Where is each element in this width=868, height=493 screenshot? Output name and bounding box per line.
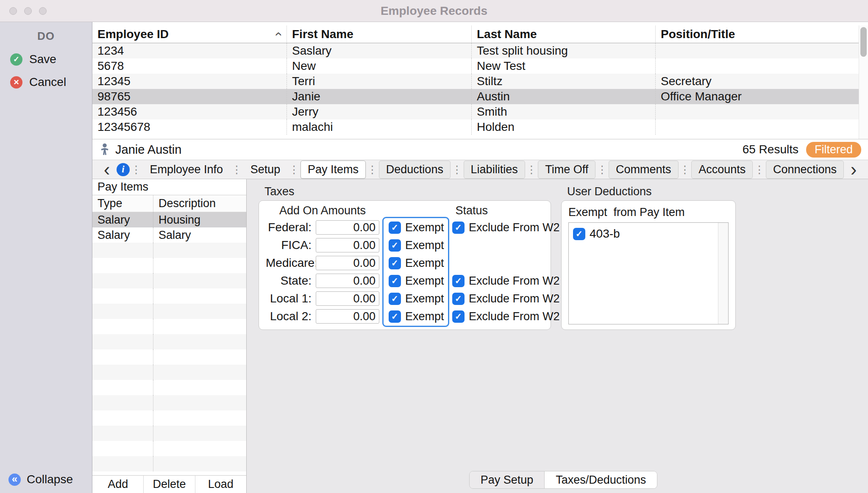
employee-table-scrollbar[interactable] [859,25,868,139]
exclude-w2-label: Exclude From W2 [469,310,560,323]
first-name-cell: Janie [287,89,472,104]
exempt-label: Exempt [405,292,444,305]
exempt-label: Exempt [405,310,444,323]
tab-time-off[interactable]: Time Off [538,161,595,179]
filtered-badge[interactable]: Filtered [806,142,861,158]
employee-id-cell: 123456 [92,104,287,119]
local2-exempt-checkbox[interactable] [389,310,401,323]
tab-pay-items[interactable]: Pay Items [300,161,366,179]
exclude-w2-label: Exclude From W2 [469,274,560,288]
employee-row-selected[interactable]: 98765 Janie Austin Office Manager [92,89,859,104]
empty-row [92,288,246,304]
local1-amount-input[interactable] [316,291,379,306]
zoom-window-button[interactable] [39,7,47,15]
state-exclude-w2: Exclude From W2 [452,274,560,288]
exclude-w2-label: Exclude From W2 [469,292,560,305]
employee-row[interactable]: 123456 Jerry Smith [92,104,859,119]
tab-pay-setup[interactable]: Pay Setup [470,471,545,488]
local1-exclude-w2-checkbox[interactable] [452,293,465,305]
minimize-window-button[interactable] [24,7,32,15]
column-header-last-name[interactable]: Last Name [472,25,656,43]
column-header-first-name[interactable]: First Name [287,25,472,43]
first-name-cell: Terri [287,74,472,89]
state-amount-input[interactable] [316,274,379,288]
tab-liabilities[interactable]: Liabilities [464,161,525,179]
collapse-button[interactable]: Collapse [0,468,92,493]
fica-exempt-checkbox[interactable] [389,239,401,252]
last-name-cell: Holden [472,119,656,135]
employee-row[interactable]: 12345678 malachi Holden [92,119,859,135]
local2-exclude-w2-checkbox[interactable] [452,310,465,323]
federal-amount-input[interactable] [316,220,379,235]
pay-items-column-headers: Type Description [92,195,246,212]
state-exempt: Exempt [384,274,448,288]
pay-item-description-cell: Housing [153,212,246,227]
medicare-exempt-checkbox[interactable] [389,257,401,269]
fica-label: FICA: [266,238,312,252]
empty-row [92,395,246,410]
tabs-scroll-right-button[interactable] [845,161,862,178]
collapse-label: Collapse [27,473,73,486]
local1-exempt-checkbox[interactable] [389,293,401,305]
local2-amount-input[interactable] [316,309,379,324]
load-pay-item-button[interactable]: Load [195,476,246,493]
empty-description-cell [153,288,246,304]
employee-row[interactable]: 12345 Terri Stiltz Secretary [92,74,859,89]
empty-row [92,441,246,456]
column-header-description[interactable]: Description [153,195,246,212]
pay-items-rows: Salary Housing Salary Salary [92,212,246,475]
save-button[interactable]: Save [0,48,92,71]
tab-deductions[interactable]: Deductions [379,161,451,179]
cancel-label: Cancel [29,75,66,89]
empty-row [92,258,246,273]
federal-exempt-checkbox[interactable] [389,222,401,234]
deduction-403b-checkbox[interactable] [573,228,585,240]
tabs-scroll-left-button[interactable] [98,161,115,178]
tab-connections[interactable]: Connections [766,161,844,179]
tab-separator-icon [131,163,142,176]
employee-id-cell: 1234 [92,43,287,58]
tab-separator-icon [754,163,765,176]
user-deductions-scrollbar[interactable] [718,223,728,324]
empty-row [92,410,246,426]
sidebar-header: DO [0,22,92,48]
pay-item-type-cell: Salary [92,227,153,243]
position-cell [656,58,859,74]
user-deductions-group: User Deductions Exempt from Pay Item 403… [561,185,736,330]
tab-bar: Employee Info Setup Pay Items Deductions… [92,160,868,179]
empty-description-cell [153,273,246,288]
first-name-cell: New [287,58,472,74]
close-window-button[interactable] [9,7,17,15]
federal-exclude-w2-checkbox[interactable] [452,222,465,234]
medicare-amount-input[interactable] [316,256,379,270]
state-exclude-w2-checkbox[interactable] [452,275,465,287]
tab-setup[interactable]: Setup [243,161,288,179]
employee-row[interactable]: 5678 New New Test [92,58,859,74]
empty-row [92,349,246,365]
fica-amount-input[interactable] [316,238,379,252]
tab-accounts[interactable]: Accounts [691,161,753,179]
fica-exempt: Exempt [384,239,448,252]
position-cell: Office Manager [656,89,859,104]
local1-exempt: Exempt [384,292,448,305]
employee-row[interactable]: 1234 Saslary Test split housing [92,43,859,58]
pay-item-row-selected[interactable]: Salary Housing [92,212,246,227]
last-name-cell: Stiltz [472,74,656,89]
tab-taxes-deductions[interactable]: Taxes/Deductions [545,471,657,488]
column-header-type[interactable]: Type [92,195,153,212]
position-cell [656,119,859,135]
info-tab-button[interactable] [117,163,130,176]
pay-item-row[interactable]: Salary Salary [92,227,246,243]
tab-employee-info[interactable]: Employee Info [143,161,231,179]
deduction-item-403b[interactable]: 403-b [573,226,714,241]
cancel-button[interactable]: Cancel [0,71,92,94]
column-header-position[interactable]: Position/Title [656,25,859,43]
state-exempt-checkbox[interactable] [389,275,401,287]
column-header-employee-id[interactable]: Employee ID [92,25,287,43]
add-pay-item-button[interactable]: Add [92,476,144,493]
scrollbar-thumb[interactable] [860,27,867,57]
tab-comments[interactable]: Comments [609,161,679,179]
medicare-label: Medicare: [266,256,312,270]
empty-description-cell [153,395,246,410]
delete-pay-item-button[interactable]: Delete [144,476,195,493]
